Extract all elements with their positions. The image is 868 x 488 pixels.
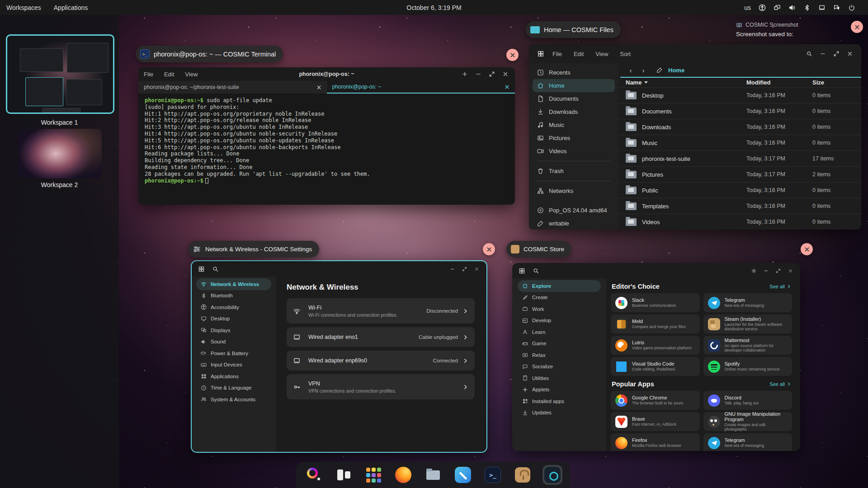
store-item-explore[interactable]: Explore	[518, 280, 601, 292]
power-icon[interactable]	[848, 4, 855, 11]
dock-workspaces[interactable]	[334, 465, 354, 485]
file-row[interactable]: PublicToday, 3:16 PM0 items	[618, 182, 861, 198]
terminal-tab-1[interactable]: phoronix@pop-os: ~/phoronix-test-suite	[138, 81, 327, 94]
forward-button[interactable]: ›	[638, 65, 648, 75]
app-card-vscode[interactable]: Visual Studio CodeCode editing. Redefine…	[611, 357, 700, 376]
dock-firefox[interactable]	[393, 465, 413, 485]
app-card-chrome[interactable]: Google ChromeThe browser built to be you…	[611, 391, 700, 410]
maximize-icon[interactable]	[831, 49, 841, 59]
store-item-learn[interactable]: Learn	[518, 326, 601, 338]
workspaces-menu[interactable]: Workspaces	[0, 0, 47, 15]
file-row[interactable]: DownloadsToday, 3:16 PM0 items	[618, 119, 861, 135]
file-row[interactable]: MusicToday, 3:16 PM0 items	[618, 135, 861, 150]
app-card-slack[interactable]: SlackBusiness communication	[611, 293, 700, 312]
settings-item-power-battery[interactable]: Power & Battery	[196, 347, 271, 359]
tab-close-icon[interactable]	[505, 84, 509, 89]
app-card-mattermost[interactable]: MattermostAn open source platform for de…	[703, 336, 793, 355]
settings-item-applications[interactable]: Applications	[196, 371, 271, 382]
wifi-card[interactable]: Wi-FiWi-Fi connections and connection pr…	[287, 298, 475, 324]
settings-item-system-accounts[interactable]: System & Accounts	[196, 394, 271, 405]
workspace-2-thumbnail[interactable]	[18, 129, 102, 178]
close-icon[interactable]	[845, 49, 855, 59]
store-window-pill[interactable]: COSMIC Store	[506, 241, 571, 258]
search-icon[interactable]	[533, 267, 539, 274]
settings-item-accessibility[interactable]: Accessibility	[196, 301, 271, 313]
applications-menu[interactable]: Applications	[47, 0, 94, 15]
sidebar-item-recents[interactable]: Recents	[533, 66, 615, 79]
search-icon[interactable]	[212, 266, 219, 272]
store-item-socialize[interactable]: Socialize	[518, 361, 601, 373]
dock-launcher[interactable]	[304, 465, 324, 485]
sidebar-item-downloads[interactable]: Downloads	[533, 105, 615, 118]
dock-files[interactable]	[423, 465, 443, 485]
sidebar-item-writable[interactable]: writable	[533, 217, 615, 230]
settings-window-pill[interactable]: Network & Wireless - COSMIC Settings	[188, 241, 319, 258]
sidebar-item-trash[interactable]: Trash	[533, 164, 615, 178]
dock-terminal[interactable]: >_	[483, 465, 503, 485]
column-modified[interactable]: Modified	[746, 79, 812, 86]
app-menu-icon[interactable]	[198, 266, 205, 272]
see-all-link[interactable]: See all	[769, 284, 791, 289]
sidebar-item-music[interactable]: Music	[533, 118, 615, 131]
file-row[interactable]: TemplatesToday, 3:16 PM0 items	[618, 198, 861, 214]
store-item-applets[interactable]: Applets	[518, 384, 601, 396]
screenshot-notification[interactable]: COSMIC Screenshot Screenshot saved to:	[736, 22, 858, 38]
files-menu-edit[interactable]: Edit	[574, 51, 584, 57]
settings-item-displays[interactable]: Displays	[196, 324, 271, 336]
file-row[interactable]: VideosToday, 3:16 PM0 items	[618, 214, 861, 230]
terminal-output[interactable]: phoronix@pop-os:~$ sudo apt-file update …	[138, 94, 515, 205]
dock-applications[interactable]	[363, 465, 383, 485]
maximize-icon[interactable]	[460, 265, 469, 273]
display-icon[interactable]	[774, 4, 781, 11]
settings-item-time-language[interactable]: Time & Language	[196, 382, 271, 394]
dock-store[interactable]	[513, 465, 533, 485]
see-all-link[interactable]: See all	[769, 381, 791, 387]
search-icon[interactable]	[804, 49, 814, 59]
app-card-discord[interactable]: DiscordTalk, play, hang out	[703, 391, 793, 410]
minimize-icon[interactable]	[473, 69, 483, 79]
close-icon[interactable]	[500, 69, 510, 79]
new-tab-icon[interactable]	[460, 69, 470, 79]
sidebar-item-pictures[interactable]: Pictures	[533, 131, 615, 145]
edit-path-icon[interactable]	[656, 67, 663, 73]
files-menu-view[interactable]: View	[595, 51, 608, 57]
store-close-button[interactable]	[801, 243, 813, 255]
minimize-icon[interactable]	[762, 267, 770, 275]
app-card-brave[interactable]: BraveFast Internet, AI, Adblock	[611, 412, 700, 431]
notifications-icon[interactable]	[833, 4, 840, 11]
bluetooth-icon[interactable]	[803, 4, 811, 11]
settings-item-desktop[interactable]: Desktop	[196, 313, 271, 325]
accessibility-icon[interactable]	[759, 4, 766, 11]
wired-adapter-card[interactable]: Wired adapter eno1 Cable unplugged	[287, 327, 475, 347]
maximize-icon[interactable]	[487, 69, 497, 79]
terminal-menu-edit[interactable]: Edit	[164, 71, 174, 78]
app-card-telegram[interactable]: TelegramNew era of messaging	[703, 293, 793, 312]
volume-icon[interactable]	[788, 4, 796, 11]
column-name[interactable]: Name	[626, 79, 746, 86]
files-menu-file[interactable]: File	[552, 51, 562, 57]
dock-screenshot[interactable]	[542, 465, 562, 485]
store-item-installed-apps[interactable]: Installed apps	[518, 395, 601, 407]
minimize-icon[interactable]	[818, 49, 828, 59]
app-card-spotify[interactable]: SpotifyOnline music streaming service	[703, 357, 793, 376]
vpn-card[interactable]: VPNVPN connections and connection profil…	[287, 374, 475, 399]
sidebar-item-home[interactable]: Home	[533, 79, 615, 92]
sidebar-item-drive[interactable]: Pop_OS 24.04 amd64	[533, 204, 615, 217]
workspace-1-thumbnail[interactable]	[6, 34, 114, 114]
network-icon[interactable]	[818, 4, 826, 11]
sidebar-item-networks[interactable]: Networks	[533, 184, 615, 197]
app-menu-icon[interactable]	[537, 50, 544, 57]
settings-item-sound[interactable]: Sound	[196, 336, 271, 348]
store-item-utilities[interactable]: Utilities	[518, 372, 601, 384]
settings-close-button[interactable]	[483, 243, 495, 255]
close-icon[interactable]	[786, 267, 795, 275]
keyboard-layout[interactable]: us	[744, 4, 751, 11]
files-window-pill[interactable]: Home — COSMIC Files	[526, 21, 621, 38]
store-item-updates[interactable]: Updates	[518, 407, 601, 419]
file-row[interactable]: DocumentsToday, 3:16 PM0 items	[618, 103, 861, 119]
settings-item-bluetooth[interactable]: Bluetooth	[196, 290, 271, 302]
app-menu-icon[interactable]	[519, 267, 525, 274]
settings-item-input-devices[interactable]: Input Devices	[196, 359, 271, 371]
sidebar-item-videos[interactable]: Videos	[533, 145, 615, 158]
terminal-window-pill[interactable]: >_ phoronix@pop-os: ~ — COSMIC Terminal	[136, 46, 283, 62]
